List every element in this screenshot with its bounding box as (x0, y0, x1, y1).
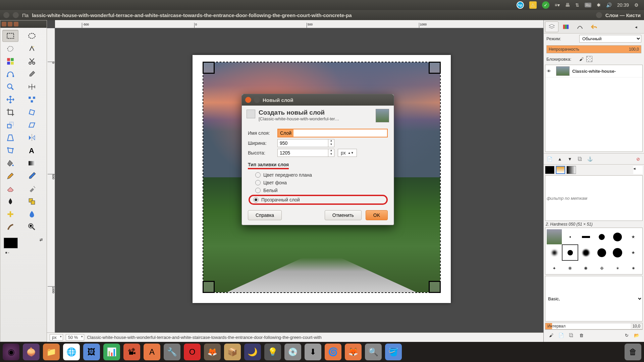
tab-channels[interactable] (559, 21, 573, 32)
tool-free-select[interactable] (2, 43, 18, 55)
app-chrome[interactable]: 🌐 (63, 344, 80, 360)
duplicate-brush-icon[interactable]: ⿻ (567, 331, 576, 339)
tool-ellipse-select[interactable] (24, 30, 40, 42)
tool-dodge[interactable] (24, 221, 40, 233)
bluetooth-indicator-icon[interactable]: ✱ (597, 2, 601, 8)
app-paint[interactable]: 🪣 (385, 344, 402, 360)
tool-color-picker[interactable] (24, 68, 40, 80)
lock-alpha-icon[interactable] (586, 56, 592, 62)
brush-item[interactable] (578, 229, 593, 244)
brush-filter-input[interactable] (545, 175, 643, 221)
app-magnifier[interactable]: 🔍 (365, 344, 382, 360)
minimize-window-icon[interactable] (13, 12, 19, 18)
sound-indicator-icon[interactable]: 🔊 (606, 2, 612, 8)
swap-colors-icon[interactable]: ⇄ (40, 238, 43, 242)
brush-item[interactable] (547, 245, 562, 260)
fill-transparent-option[interactable]: Прозрачный слой (249, 195, 388, 205)
tool-fuzzy-select[interactable] (24, 43, 40, 55)
brush-menu-icon[interactable]: ◂ (633, 166, 643, 174)
keyboard-layout-indicator[interactable]: Ru (585, 3, 591, 7)
ok-button[interactable]: OK (366, 210, 388, 220)
tab-layers[interactable] (545, 21, 558, 32)
crop-handle-br[interactable] (429, 281, 441, 293)
crop-handle-tl[interactable] (203, 62, 215, 74)
tool-align[interactable] (24, 94, 40, 106)
tool-eraser[interactable] (2, 183, 18, 195)
tool-crop[interactable] (2, 106, 18, 118)
tool-measure[interactable] (24, 81, 40, 93)
dialog-close-icon[interactable] (245, 97, 251, 103)
layer-name-input[interactable] (277, 129, 388, 137)
brush-item[interactable]: ❉ (594, 261, 609, 275)
app-download[interactable]: ⬇ (305, 344, 321, 360)
tool-perspective[interactable] (2, 132, 18, 144)
tool-text[interactable]: A (24, 144, 40, 157)
brush-item[interactable]: ★ (626, 245, 641, 260)
menu-indicator-icon[interactable]: ≡▾ (555, 2, 560, 8)
tool-bucket[interactable] (2, 157, 18, 169)
height-input[interactable]: ▲▼ (277, 149, 334, 157)
tool-clone[interactable] (24, 195, 40, 207)
app-redshift[interactable]: 💡 (264, 344, 281, 360)
dialog-titlebar[interactable]: Новый слой (242, 94, 394, 106)
delete-layer-icon[interactable]: ⊘ (633, 155, 643, 163)
dash-icon[interactable]: ◉ (3, 344, 19, 360)
opacity-slider[interactable]: Непрозрачность 100,0 (546, 45, 641, 53)
app-firefox[interactable]: 🦊 (345, 344, 362, 360)
brush-item[interactable]: ✦ (547, 261, 562, 275)
tab-gradients[interactable] (567, 166, 576, 174)
app-archive[interactable]: 📦 (224, 344, 241, 360)
tab-undo[interactable] (587, 21, 601, 32)
fill-white-option[interactable]: Белый (254, 187, 388, 194)
tool-pencil[interactable] (2, 170, 18, 182)
fill-bg-option[interactable]: Цвет фона (254, 179, 388, 186)
brush-item[interactable] (562, 229, 578, 244)
dialog-minimize-icon[interactable] (254, 97, 260, 103)
tool-scale[interactable] (2, 119, 18, 131)
lower-layer-icon[interactable]: ▼ (565, 155, 575, 163)
app-screenshot[interactable]: 🖼 (83, 344, 100, 360)
open-brush-icon[interactable]: 📂 (632, 331, 641, 339)
brush-item[interactable] (610, 229, 625, 244)
unit-select[interactable]: px (50, 334, 63, 341)
unit-select[interactable]: px▲▼ (338, 149, 357, 157)
app-disc[interactable]: 💿 (284, 344, 301, 360)
hp-indicator-icon[interactable]: hp (517, 1, 524, 9)
warning-indicator-icon[interactable]: ⚠ (529, 1, 537, 9)
app-impress[interactable]: 📽 (123, 344, 140, 360)
fill-fg-option[interactable]: Цвет переднего плана (254, 172, 388, 178)
app-settings[interactable]: 🔧 (164, 344, 180, 360)
new-brush-icon[interactable]: 📄 (556, 331, 566, 339)
tab-paths[interactable] (573, 21, 587, 32)
layer-row[interactable]: 👁 Classic-white-house- (545, 65, 642, 77)
brush-item[interactable] (578, 245, 593, 260)
brush-item[interactable] (594, 245, 609, 260)
visibility-icon[interactable]: 👁 (547, 69, 553, 74)
tool-smudge[interactable] (2, 221, 18, 233)
tool-ink[interactable] (2, 195, 18, 207)
delete-brush-icon[interactable]: 🗑 (577, 331, 586, 339)
raise-layer-icon[interactable]: ▲ (555, 155, 565, 163)
tool-blur[interactable] (24, 208, 40, 220)
new-layer-icon[interactable]: 📄 (545, 155, 554, 163)
tool-rect-select[interactable] (2, 30, 18, 42)
tab-brushes[interactable] (545, 166, 554, 174)
zoom-select[interactable]: 50 % (66, 334, 85, 341)
app-files[interactable]: 📁 (43, 344, 60, 360)
brush-item[interactable]: ✺ (578, 261, 593, 275)
session-indicator-icon[interactable]: ⚙ (634, 2, 639, 8)
clock[interactable]: 20:39 (617, 2, 629, 8)
tool-paintbrush[interactable] (24, 170, 40, 182)
network-indicator-icon[interactable]: ⇅ (575, 2, 579, 8)
tool-heal[interactable] (2, 208, 18, 220)
tool-airbrush[interactable] (24, 183, 40, 195)
app-opera[interactable]: O (184, 344, 201, 360)
brush-spacing-slider[interactable]: Интервал 10,0 (545, 323, 643, 329)
brush-item[interactable]: ✷ (626, 261, 641, 275)
fg-color-swatch[interactable] (4, 238, 18, 248)
tool-rotate[interactable] (24, 106, 40, 118)
lock-pixels-icon[interactable]: 🖌 (579, 57, 584, 62)
crop-handle-tr[interactable] (429, 62, 441, 74)
app-gimp[interactable]: 🦊 (204, 344, 221, 360)
help-button[interactable]: Справка (248, 210, 282, 220)
